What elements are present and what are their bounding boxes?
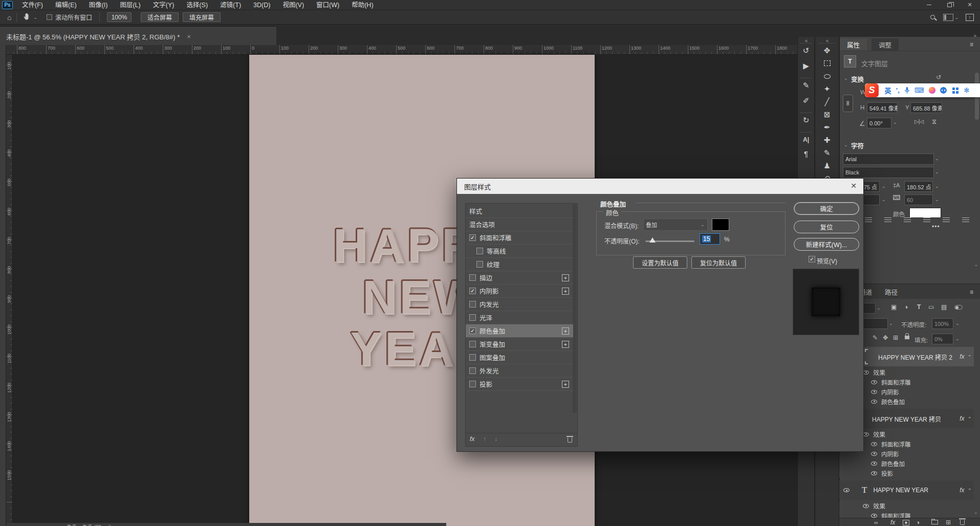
home-icon[interactable]: ⌂: [7, 13, 11, 21]
filter-adjustment-layers-icon[interactable]: ◑: [904, 303, 908, 311]
add-adjustment-icon[interactable]: ◑: [916, 519, 920, 526]
menu-item-T[interactable]: 滤镜(T): [214, 0, 247, 10]
style-row-等高线[interactable]: 等高线: [466, 245, 573, 258]
horizontal-ruler[interactable]: 8007006005004003002001000100200300400500…: [6, 45, 797, 55]
h-field[interactable]: 549.41 像素: [867, 102, 898, 113]
character-more-options[interactable]: •••: [932, 223, 940, 230]
filter-smart-objects-icon[interactable]: ▤: [941, 303, 947, 311]
effect-visibility-icon[interactable]: [871, 380, 877, 384]
new-group-icon[interactable]: [931, 520, 938, 524]
lasso-tool-icon[interactable]: [815, 71, 839, 82]
snapshot-panel-icon[interactable]: ↻: [798, 115, 814, 126]
layer-visibility-icon[interactable]: [843, 488, 850, 492]
font-family-field[interactable]: Arial: [843, 154, 934, 165]
overlay-color-swatch[interactable]: [712, 218, 729, 231]
add-instance-icon[interactable]: +: [562, 381, 569, 388]
effect-row-投影[interactable]: 投影: [839, 468, 976, 478]
object-selection-tool-icon[interactable]: ✦: [815, 83, 839, 95]
layers-scroll-down-icon[interactable]: ⌄: [974, 510, 978, 515]
effect-visibility-icon[interactable]: [871, 452, 877, 456]
tab-close-icon[interactable]: ×: [187, 33, 191, 40]
transform-collapse-icon[interactable]: ⌄: [844, 76, 848, 81]
style-row-内阴影[interactable]: ✓内阴影+: [466, 284, 573, 298]
leading-dropdown-icon[interactable]: ⌄: [935, 184, 939, 189]
character-collapse-icon[interactable]: ⌄: [844, 142, 848, 147]
punctuation-icon[interactable]: ’,: [896, 86, 900, 94]
transform-reset-icon[interactable]: ↺: [936, 74, 941, 81]
add-instance-icon[interactable]: +: [562, 288, 569, 295]
style-row-图案叠加[interactable]: 图案叠加: [466, 351, 573, 364]
menu-item-Y[interactable]: 文字(Y): [147, 0, 181, 10]
menu-item-E[interactable]: 编辑(E): [49, 0, 83, 10]
styles-fx-icon[interactable]: fx: [470, 435, 474, 443]
collapse-right-panels-icon[interactable]: »: [973, 33, 976, 38]
vertical-ruler[interactable]: 1002003004005006007008009001000110012001…: [6, 55, 13, 526]
style-row-渐变叠加[interactable]: 渐变叠加+: [466, 338, 573, 351]
apps-grid-icon[interactable]: [951, 87, 960, 94]
workspace-icon[interactable]: [943, 14, 953, 21]
menu-item-F[interactable]: 文件(F): [16, 0, 49, 10]
y-field[interactable]: 685.88 像素: [910, 102, 942, 113]
fill-dropdown-icon[interactable]: ⌄: [955, 336, 960, 341]
reset-button[interactable]: 复位: [794, 221, 859, 233]
collapse-effects-icon[interactable]: ⌃: [968, 488, 972, 493]
spot-healing-tool-icon[interactable]: ✚: [815, 135, 839, 146]
tracking-field[interactable]: 60: [904, 194, 933, 205]
fill-screen-button[interactable]: 填充屏幕: [183, 12, 221, 22]
filter-pixel-layers-icon[interactable]: ▣: [891, 303, 897, 311]
reset-default-button[interactable]: 复位为默认值: [691, 256, 746, 269]
style-checkbox[interactable]: ✓: [469, 234, 476, 241]
settings-gear-icon[interactable]: ✻: [964, 86, 970, 94]
preview-checkbox[interactable]: ✓: [809, 256, 815, 262]
search-icon[interactable]: [930, 14, 935, 21]
eyedropper-tool-icon[interactable]: ✒: [815, 122, 839, 133]
filter-type-layers-icon[interactable]: T: [917, 303, 921, 311]
restore-button[interactable]: [939, 0, 960, 10]
style-checkbox[interactable]: [469, 301, 476, 308]
menu-item-V[interactable]: 视图(V): [276, 0, 310, 10]
paragraph-align-icon[interactable]: [923, 217, 930, 224]
menu-item-W[interactable]: 窗口(W): [310, 0, 345, 10]
style-row-斜面和浮雕[interactable]: ✓斜面和浮雕: [466, 231, 573, 245]
photoshop-logo-icon[interactable]: Ps: [2, 1, 13, 9]
assistant-icon[interactable]: [940, 87, 947, 94]
layer-fx-badge[interactable]: fx: [960, 415, 964, 422]
font-family-dropdown-icon[interactable]: ⌄: [935, 156, 939, 161]
link-layers-icon[interactable]: ∞: [874, 519, 878, 525]
zoom-100-button[interactable]: 100%: [107, 12, 132, 22]
dialog-close-icon[interactable]: ✕: [849, 182, 858, 190]
fill-field[interactable]: 0%: [932, 334, 953, 344]
fit-screen-button[interactable]: 适合屏幕: [141, 12, 179, 22]
properties-menu-icon[interactable]: ≡: [970, 41, 974, 48]
text-color-swatch[interactable]: [909, 208, 941, 218]
close-button[interactable]: ✕: [960, 0, 980, 10]
style-row-纹理[interactable]: 纹理: [466, 258, 573, 271]
hand-tool-icon[interactable]: [23, 12, 31, 22]
paragraph-align-icon[interactable]: [943, 217, 950, 224]
menu-item-I[interactable]: 图像(I): [83, 0, 114, 10]
dialog-title-bar[interactable]: 图层样式: [457, 179, 863, 194]
paragraph-align-icon[interactable]: [904, 217, 911, 224]
font-size-dropdown-icon[interactable]: ⌄: [882, 184, 886, 189]
brush-settings-panel-icon[interactable]: ✎: [798, 80, 814, 91]
menu-item-L[interactable]: 图层(L): [114, 0, 146, 10]
lock-artboard-icon[interactable]: ⊞: [893, 334, 898, 341]
add-layer-style-icon[interactable]: fx: [890, 519, 895, 526]
style-row-投影[interactable]: 投影+: [466, 378, 573, 391]
style-move-up-icon[interactable]: ↑: [483, 435, 486, 443]
lock-position-icon[interactable]: ✥: [883, 334, 888, 341]
filter-shape-layers-icon[interactable]: ▭: [928, 303, 934, 311]
style-row-外发光[interactable]: 外发光: [466, 364, 573, 378]
crop-tool-icon[interactable]: ╱: [815, 96, 839, 107]
effect-visibility-icon[interactable]: [871, 462, 877, 466]
add-mask-icon[interactable]: [903, 520, 909, 525]
paragraph-panel-icon[interactable]: ¶: [798, 148, 814, 160]
new-layer-icon[interactable]: ⊞: [946, 519, 951, 526]
actions-panel-icon[interactable]: ▶: [798, 60, 814, 72]
skin-icon[interactable]: [929, 87, 935, 94]
ok-button[interactable]: 确定: [794, 202, 859, 215]
effect-visibility-icon[interactable]: [871, 514, 877, 518]
paragraph-align-icon[interactable]: [884, 217, 891, 224]
layer-filter-dropdown-icon[interactable]: ⌄: [877, 305, 881, 311]
style-checkbox[interactable]: [476, 261, 483, 268]
